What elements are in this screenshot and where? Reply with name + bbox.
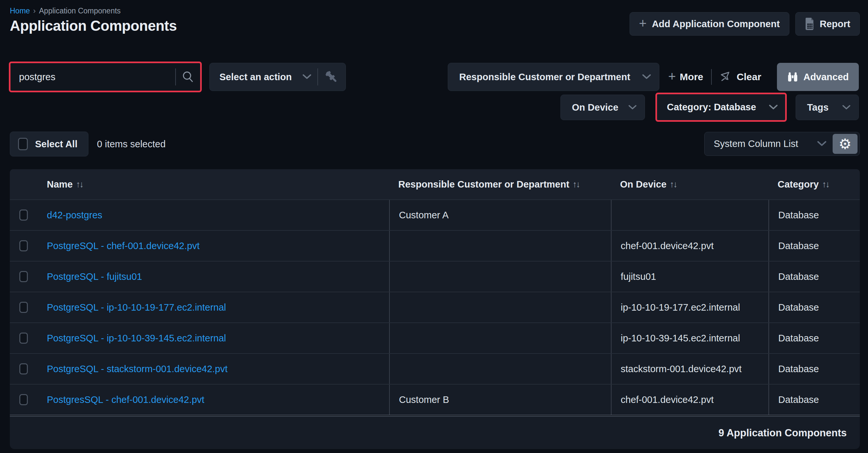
breadcrumb-separator: › bbox=[33, 6, 36, 15]
sort-icon[interactable]: ↑↓ bbox=[670, 180, 677, 190]
chevron-down-icon bbox=[642, 74, 651, 80]
cell-responsible bbox=[389, 261, 611, 292]
category-filter-dropdown[interactable]: Category: Database bbox=[655, 93, 787, 122]
action-select-label: Select an action bbox=[219, 72, 302, 83]
cell-on-device: chef-001.device42.pvt bbox=[611, 385, 768, 415]
search-icon[interactable] bbox=[181, 70, 195, 84]
tags-filter-dropdown[interactable]: Tags bbox=[796, 95, 859, 120]
advanced-label: Advanced bbox=[804, 72, 849, 83]
cell-category: Database bbox=[768, 323, 860, 353]
breadcrumb-current: Application Components bbox=[39, 6, 121, 15]
divider bbox=[711, 69, 712, 85]
report-button[interactable]: Report bbox=[795, 12, 860, 36]
cell-on-device bbox=[611, 200, 768, 230]
cell-responsible bbox=[389, 354, 611, 384]
sort-icon[interactable]: ↑↓ bbox=[572, 180, 580, 190]
plus-icon: + bbox=[639, 17, 647, 30]
components-table: Name ↑↓ Responsible Customer or Departme… bbox=[10, 169, 860, 415]
column-header-label: Category bbox=[778, 179, 819, 190]
table-row: PostgreSQL - chef-001.device42.pvt chef-… bbox=[10, 230, 860, 261]
cell-on-device: chef-001.device42.pvt bbox=[611, 231, 768, 261]
top-actions: + Add Application Component Report bbox=[629, 12, 860, 36]
gear-icon: ⚙ bbox=[839, 135, 851, 152]
report-file-icon bbox=[805, 18, 815, 30]
cell-category: Database bbox=[768, 354, 860, 384]
row-checkbox[interactable] bbox=[19, 363, 28, 375]
more-label: More bbox=[680, 71, 703, 83]
clear-label: Clear bbox=[737, 71, 761, 83]
table-row: d42-postgres Customer A Database bbox=[10, 199, 860, 230]
binoculars-icon bbox=[787, 72, 798, 82]
table-row: PostgreSQL - ip-10-10-19-177.ec2.interna… bbox=[10, 292, 860, 322]
chevron-down-icon bbox=[817, 141, 827, 147]
column-header-label: Responsible Customer or Department bbox=[398, 179, 569, 190]
component-name-link[interactable]: PostgreSQL - ip-10-10-39-145.ec2.interna… bbox=[47, 333, 226, 344]
component-name-link[interactable]: PostgreSQL - ip-10-10-19-177.ec2.interna… bbox=[47, 302, 226, 313]
table-row: PostgreSQL - stackstorm-001.device42.pvt… bbox=[10, 353, 860, 384]
action-select-dropdown[interactable]: Select an action bbox=[209, 63, 346, 91]
more-filters-button[interactable]: + More bbox=[668, 71, 703, 83]
cell-category: Database bbox=[768, 261, 860, 292]
filter-extra-actions: + More Clear bbox=[668, 63, 761, 91]
sort-icon[interactable]: ↑↓ bbox=[76, 180, 83, 190]
breadcrumb: Home › Application Components bbox=[10, 6, 121, 15]
plus-icon: + bbox=[668, 70, 676, 83]
on-device-filter-dropdown[interactable]: On Device bbox=[560, 95, 645, 120]
table-row: PostgresSQL - chef-001.device42.pvt Cust… bbox=[10, 384, 860, 415]
clear-filter-icon bbox=[720, 70, 733, 84]
cell-category: Database bbox=[768, 231, 860, 261]
cell-category: Database bbox=[768, 200, 860, 230]
cell-responsible bbox=[389, 231, 611, 261]
component-name-link[interactable]: PostgresSQL - chef-001.device42.pvt bbox=[47, 394, 205, 405]
column-header-label: On Device bbox=[620, 179, 666, 190]
component-name-link[interactable]: PostgreSQL - fujitsu01 bbox=[47, 271, 142, 282]
cell-responsible bbox=[389, 292, 611, 322]
component-name-link[interactable]: PostgreSQL - stackstorm-001.device42.pvt bbox=[47, 364, 228, 375]
cell-responsible bbox=[389, 323, 611, 353]
row-checkbox[interactable] bbox=[19, 332, 28, 344]
tags-filter-label: Tags bbox=[807, 102, 829, 113]
sort-icon[interactable]: ↑↓ bbox=[822, 180, 829, 190]
table-row: PostgreSQL - ip-10-10-39-145.ec2.interna… bbox=[10, 322, 860, 353]
table-footer: 9 Application Components bbox=[10, 416, 860, 449]
column-header-label: Name bbox=[47, 179, 73, 190]
action-divider bbox=[317, 68, 318, 86]
category-filter-label: Category: Database bbox=[667, 102, 756, 112]
cell-category: Database bbox=[768, 385, 860, 415]
column-header-responsible[interactable]: Responsible Customer or Department ↑↓ bbox=[389, 179, 611, 190]
table-row: PostgreSQL - fujitsu01 fujitsu01 Databas… bbox=[10, 261, 860, 292]
row-checkbox[interactable] bbox=[19, 302, 28, 313]
column-header-name[interactable]: Name ↑↓ bbox=[37, 179, 389, 190]
table-header-row: Name ↑↓ Responsible Customer or Departme… bbox=[10, 169, 860, 199]
gavel-icon[interactable] bbox=[324, 69, 339, 85]
component-name-link[interactable]: PostgreSQL - chef-001.device42.pvt bbox=[47, 240, 199, 251]
column-list-dropdown[interactable]: System Column List ⚙ bbox=[704, 132, 860, 156]
chevron-down-icon bbox=[302, 74, 311, 80]
column-header-category[interactable]: Category ↑↓ bbox=[768, 179, 860, 190]
page-title: Application Components bbox=[10, 18, 177, 34]
add-application-component-button[interactable]: + Add Application Component bbox=[629, 12, 789, 36]
cell-category: Database bbox=[768, 292, 860, 322]
search-divider bbox=[175, 68, 176, 86]
items-selected-count: 0 items selected bbox=[97, 132, 166, 157]
search-input[interactable] bbox=[19, 72, 175, 83]
chevron-down-icon bbox=[769, 104, 778, 110]
column-header-on-device[interactable]: On Device ↑↓ bbox=[611, 179, 768, 190]
row-checkbox[interactable] bbox=[19, 394, 28, 405]
advanced-search-button[interactable]: Advanced bbox=[777, 63, 859, 91]
cell-responsible: Customer B bbox=[389, 385, 611, 415]
select-all-checkbox[interactable] bbox=[18, 138, 28, 150]
cell-on-device: ip-10-10-19-177.ec2.internal bbox=[611, 292, 768, 322]
column-settings-button[interactable]: ⚙ bbox=[833, 134, 858, 154]
report-button-label: Report bbox=[820, 19, 850, 29]
responsible-filter-dropdown[interactable]: Responsible Customer or Department bbox=[448, 63, 659, 91]
row-checkbox[interactable] bbox=[19, 271, 28, 282]
row-checkbox[interactable] bbox=[19, 209, 28, 221]
breadcrumb-home-link[interactable]: Home bbox=[10, 6, 30, 15]
column-list-label: System Column List bbox=[714, 138, 817, 149]
add-button-label: Add Application Component bbox=[652, 19, 780, 29]
row-checkbox[interactable] bbox=[19, 240, 28, 251]
select-all-button[interactable]: Select All bbox=[10, 132, 88, 157]
clear-filters-button[interactable]: Clear bbox=[720, 70, 761, 84]
component-name-link[interactable]: d42-postgres bbox=[47, 210, 102, 221]
